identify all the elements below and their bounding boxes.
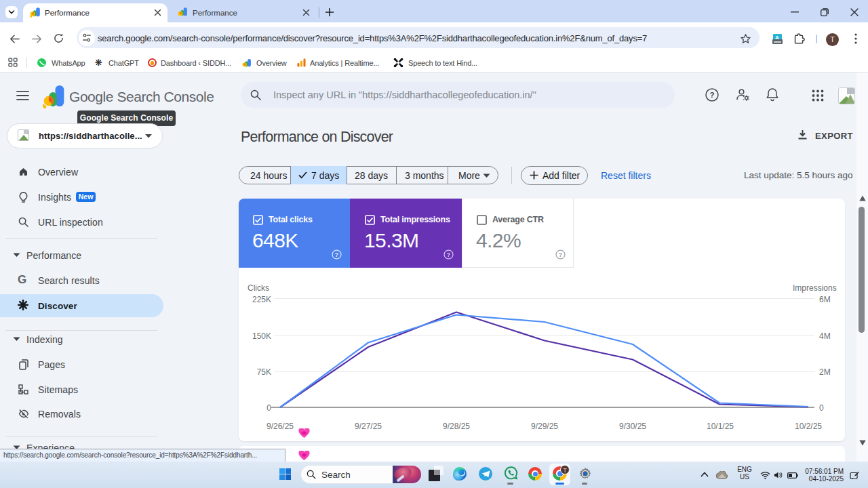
- svg-text:?: ?: [709, 91, 714, 99]
- svg-text:?: ?: [335, 251, 338, 258]
- svg-text:?: ?: [447, 251, 450, 258]
- svg-text:?: ?: [559, 251, 562, 258]
